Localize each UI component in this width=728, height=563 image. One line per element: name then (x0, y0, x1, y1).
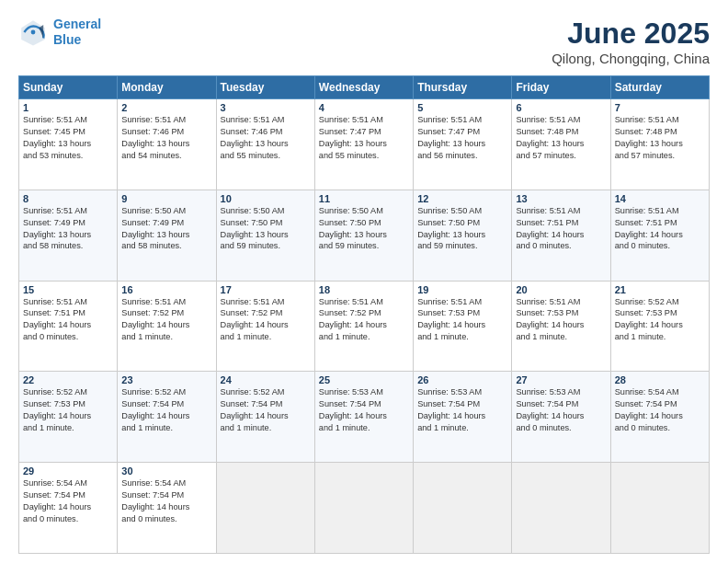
day-info: Sunrise: 5:51 AMSunset: 7:51 PMDaylight:… (615, 205, 705, 253)
info-line: Sunset: 7:48 PM (516, 127, 578, 136)
day-info: Sunrise: 5:51 AMSunset: 7:52 PMDaylight:… (221, 296, 311, 344)
info-line: Daylight: 14 hours (121, 320, 189, 329)
info-line: Daylight: 14 hours (516, 320, 584, 329)
info-line: Sunset: 7:53 PM (417, 308, 480, 317)
info-line: Sunrise: 5:51 AM (417, 297, 482, 306)
info-line: and 0 minutes. (121, 514, 176, 523)
info-line: Daylight: 14 hours (615, 230, 683, 239)
day-info: Sunrise: 5:51 AMSunset: 7:51 PMDaylight:… (23, 296, 113, 344)
calendar-cell: 19Sunrise: 5:51 AMSunset: 7:53 PMDayligh… (414, 281, 512, 372)
day-info: Sunrise: 5:54 AMSunset: 7:54 PMDaylight:… (23, 477, 113, 525)
day-number: 2 (121, 102, 211, 113)
info-line: Daylight: 13 hours (121, 230, 189, 239)
info-line: Sunset: 7:54 PM (121, 490, 184, 500)
day-number: 11 (319, 193, 409, 204)
info-line: Sunrise: 5:51 AM (23, 297, 87, 306)
info-line: and 1 minute. (319, 423, 370, 432)
info-line: and 0 minutes. (23, 332, 78, 341)
info-line: Daylight: 13 hours (516, 139, 584, 148)
header: General Blue June 2025 Qilong, Chongqing… (18, 17, 710, 66)
info-line: Daylight: 14 hours (121, 411, 189, 420)
calendar-cell: 13Sunrise: 5:51 AMSunset: 7:51 PMDayligh… (512, 190, 610, 281)
week-row-1: 1Sunrise: 5:51 AMSunset: 7:45 PMDaylight… (19, 99, 710, 190)
main-title: June 2025 (552, 17, 710, 51)
info-line: Daylight: 13 hours (319, 139, 387, 148)
day-number: 6 (516, 102, 606, 113)
day-info: Sunrise: 5:52 AMSunset: 7:54 PMDaylight:… (121, 386, 211, 434)
day-info: Sunrise: 5:54 AMSunset: 7:54 PMDaylight:… (121, 477, 211, 525)
day-number: 1 (23, 102, 113, 113)
info-line: Sunset: 7:49 PM (23, 218, 85, 227)
info-line: and 0 minutes. (23, 514, 78, 523)
calendar-cell: 2Sunrise: 5:51 AMSunset: 7:46 PMDaylight… (118, 99, 216, 190)
title-block: June 2025 Qilong, Chongqing, China (552, 17, 710, 66)
calendar-cell: 7Sunrise: 5:51 AMSunset: 7:48 PMDaylight… (610, 99, 709, 190)
calendar-cell (610, 463, 709, 554)
info-line: and 55 minutes. (319, 151, 379, 160)
info-line: Sunset: 7:54 PM (319, 399, 381, 408)
calendar-cell: 28Sunrise: 5:54 AMSunset: 7:54 PMDayligh… (610, 372, 709, 463)
info-line: and 57 minutes. (516, 151, 575, 160)
day-info: Sunrise: 5:51 AMSunset: 7:48 PMDaylight:… (615, 114, 705, 162)
info-line: Daylight: 14 hours (23, 502, 91, 511)
info-line: and 1 minute. (221, 423, 272, 432)
calendar-cell: 30Sunrise: 5:54 AMSunset: 7:54 PMDayligh… (118, 463, 216, 554)
col-friday: Friday (512, 76, 610, 99)
info-line: and 1 minute. (221, 332, 272, 341)
calendar-cell: 14Sunrise: 5:51 AMSunset: 7:51 PMDayligh… (610, 190, 709, 281)
info-line: Daylight: 14 hours (319, 320, 387, 329)
info-line: Sunrise: 5:51 AM (516, 115, 580, 124)
info-line: Sunset: 7:47 PM (417, 127, 480, 136)
info-line: and 59 minutes. (221, 241, 280, 250)
col-monday: Monday (118, 76, 216, 99)
info-line: Daylight: 13 hours (417, 230, 485, 239)
info-line: Sunset: 7:49 PM (121, 218, 184, 227)
calendar-cell: 21Sunrise: 5:52 AMSunset: 7:53 PMDayligh… (610, 281, 709, 372)
day-number: 4 (319, 102, 409, 113)
info-line: Sunset: 7:54 PM (615, 399, 677, 408)
calendar-cell: 27Sunrise: 5:53 AMSunset: 7:54 PMDayligh… (512, 372, 610, 463)
logo-line2: Blue (53, 32, 81, 47)
info-line: Sunset: 7:54 PM (23, 490, 85, 500)
calendar-cell: 25Sunrise: 5:53 AMSunset: 7:54 PMDayligh… (314, 372, 413, 463)
info-line: Daylight: 14 hours (23, 411, 91, 420)
day-info: Sunrise: 5:50 AMSunset: 7:50 PMDaylight:… (417, 205, 507, 253)
calendar-cell: 9Sunrise: 5:50 AMSunset: 7:49 PMDaylight… (118, 190, 216, 281)
info-line: Sunset: 7:54 PM (516, 399, 578, 408)
logo-line1: General (53, 17, 101, 31)
calendar-cell: 22Sunrise: 5:52 AMSunset: 7:53 PMDayligh… (19, 372, 118, 463)
day-number: 9 (121, 193, 211, 204)
page: General Blue June 2025 Qilong, Chongqing… (0, 0, 728, 563)
calendar-cell: 23Sunrise: 5:52 AMSunset: 7:54 PMDayligh… (118, 372, 216, 463)
info-line: Sunset: 7:51 PM (615, 218, 677, 227)
info-line: Daylight: 14 hours (615, 411, 683, 420)
day-info: Sunrise: 5:51 AMSunset: 7:52 PMDaylight:… (319, 296, 409, 344)
info-line: and 0 minutes. (516, 241, 571, 250)
info-line: Sunrise: 5:50 AM (417, 206, 482, 215)
day-info: Sunrise: 5:54 AMSunset: 7:54 PMDaylight:… (615, 386, 705, 434)
info-line: and 1 minute. (23, 423, 74, 432)
info-line: Sunrise: 5:54 AM (23, 478, 87, 488)
day-number: 23 (121, 374, 211, 385)
calendar-cell: 3Sunrise: 5:51 AMSunset: 7:46 PMDaylight… (216, 99, 314, 190)
info-line: Daylight: 13 hours (615, 139, 683, 148)
day-number: 28 (615, 374, 705, 385)
info-line: Daylight: 13 hours (23, 230, 91, 239)
week-row-3: 15Sunrise: 5:51 AMSunset: 7:51 PMDayligh… (19, 281, 710, 372)
info-line: Sunrise: 5:50 AM (319, 206, 383, 215)
day-info: Sunrise: 5:53 AMSunset: 7:54 PMDaylight:… (417, 386, 507, 434)
calendar-cell (314, 463, 413, 554)
info-line: Sunrise: 5:51 AM (417, 115, 482, 124)
info-line: Sunset: 7:50 PM (319, 218, 381, 227)
day-number: 7 (615, 102, 705, 113)
day-info: Sunrise: 5:52 AMSunset: 7:53 PMDaylight:… (615, 296, 705, 344)
info-line: Sunrise: 5:51 AM (121, 115, 186, 124)
day-number: 15 (23, 284, 113, 295)
info-line: Daylight: 13 hours (221, 139, 289, 148)
info-line: and 55 minutes. (221, 151, 280, 160)
info-line: Sunset: 7:51 PM (516, 218, 578, 227)
info-line: Daylight: 14 hours (23, 320, 91, 329)
info-line: Daylight: 14 hours (417, 320, 485, 329)
info-line: Sunrise: 5:53 AM (516, 387, 580, 396)
day-info: Sunrise: 5:52 AMSunset: 7:54 PMDaylight:… (221, 386, 311, 434)
